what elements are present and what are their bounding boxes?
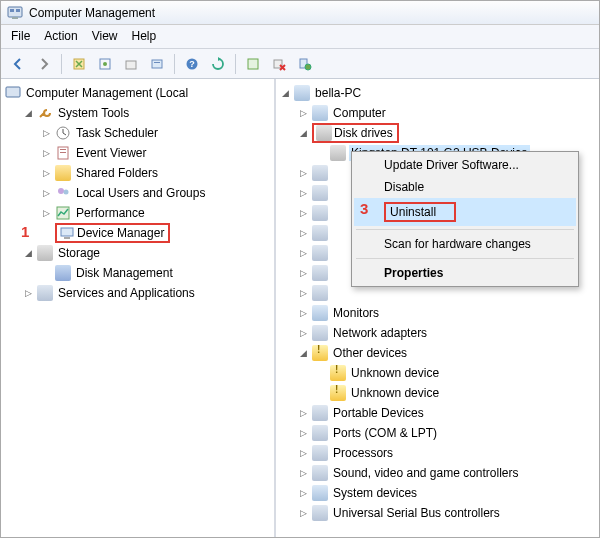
ctx-properties[interactable]: Properties xyxy=(354,262,576,284)
expand-icon[interactable]: ▷ xyxy=(298,408,309,419)
uninstall-highlight: Uninstall xyxy=(384,202,456,222)
expand-icon[interactable]: ▷ xyxy=(298,268,309,279)
action-button-7[interactable] xyxy=(294,53,316,75)
sound-node[interactable]: ▷Sound, video and game controllers xyxy=(296,463,597,483)
expand-icon[interactable]: ▷ xyxy=(298,448,309,459)
ctx-disable[interactable]: Disable xyxy=(354,176,576,198)
network-adapters-node[interactable]: ▷Network adapters xyxy=(296,323,597,343)
action-button-1[interactable] xyxy=(68,53,90,75)
expand-icon[interactable]: ▷ xyxy=(298,208,309,219)
processors-node[interactable]: ▷Processors xyxy=(296,443,597,463)
disk-icon xyxy=(55,265,71,281)
action-button-4[interactable] xyxy=(146,53,168,75)
storage-node[interactable]: ◢Storage xyxy=(21,243,272,263)
expand-icon[interactable]: ▷ xyxy=(298,228,309,239)
monitor-icon xyxy=(312,305,328,321)
services-apps-node[interactable]: ▷Services and Applications xyxy=(21,283,272,303)
tree-root-local[interactable]: Computer Management (Local xyxy=(3,83,272,103)
expand-icon[interactable]: ▷ xyxy=(298,248,309,259)
device-manager-node[interactable]: 1 Device Manager xyxy=(39,223,272,243)
pc-root-node[interactable]: ◢bella-PC xyxy=(278,83,597,103)
ctx-uninstall[interactable]: 3 Uninstall xyxy=(354,198,576,226)
expand-icon[interactable]: ▷ xyxy=(41,168,52,179)
portable-devices-node[interactable]: ▷Portable Devices xyxy=(296,403,597,423)
device-manager-icon xyxy=(59,225,75,241)
services-icon xyxy=(37,285,53,301)
expand-icon[interactable]: ▷ xyxy=(298,168,309,179)
task-scheduler-node[interactable]: ▷Task Scheduler xyxy=(39,123,272,143)
category-icon xyxy=(312,225,328,241)
expand-icon[interactable]: ▷ xyxy=(298,188,309,199)
menu-view[interactable]: View xyxy=(92,29,118,44)
portable-icon xyxy=(312,405,328,421)
unknown-device-node[interactable]: Unknown device xyxy=(314,363,597,383)
menu-file[interactable]: File xyxy=(11,29,30,44)
toolbar-separator xyxy=(61,54,62,74)
unknown-device-node[interactable]: Unknown device xyxy=(314,383,597,403)
svg-rect-12 xyxy=(248,59,258,69)
nav-forward-button[interactable] xyxy=(33,53,55,75)
local-users-node[interactable]: ▷Local Users and Groups xyxy=(39,183,272,203)
svg-rect-2 xyxy=(16,9,20,12)
usb-controllers-node[interactable]: ▷Universal Serial Bus controllers xyxy=(296,503,597,523)
other-devices-node[interactable]: ◢Other devices xyxy=(296,343,597,363)
expand-icon[interactable]: ▷ xyxy=(298,488,309,499)
svg-rect-3 xyxy=(12,17,18,19)
callout-3: 3 xyxy=(360,200,368,217)
expand-icon[interactable]: ▷ xyxy=(41,128,52,139)
expand-icon[interactable]: ▷ xyxy=(298,428,309,439)
svg-rect-8 xyxy=(152,60,162,68)
expand-icon[interactable]: ▷ xyxy=(298,308,309,319)
other-devices-icon xyxy=(312,345,328,361)
svg-rect-25 xyxy=(64,237,70,239)
expand-icon[interactable]: ▷ xyxy=(41,148,52,159)
performance-node[interactable]: ▷Performance xyxy=(39,203,272,223)
warning-icon xyxy=(330,385,346,401)
action-button-2[interactable] xyxy=(94,53,116,75)
collapse-icon[interactable]: ◢ xyxy=(280,88,291,99)
disk-drives-node[interactable]: 2 ◢ Disk drives xyxy=(296,123,597,143)
menu-help[interactable]: Help xyxy=(132,29,157,44)
monitors-node[interactable]: ▷Monitors xyxy=(296,303,597,323)
svg-point-22 xyxy=(64,190,69,195)
shared-folders-node[interactable]: ▷Shared Folders xyxy=(39,163,272,183)
action-button-3[interactable] xyxy=(120,53,142,75)
tools-icon xyxy=(37,105,53,121)
expand-icon[interactable]: ▷ xyxy=(41,188,52,199)
ports-node[interactable]: ▷Ports (COM & LPT) xyxy=(296,423,597,443)
help-button[interactable]: ? xyxy=(181,53,203,75)
system-devices-node[interactable]: ▷System devices xyxy=(296,483,597,503)
category-icon xyxy=(312,185,328,201)
action-button-6[interactable] xyxy=(268,53,290,75)
collapse-icon[interactable]: ◢ xyxy=(23,108,34,119)
collapse-icon[interactable]: ◢ xyxy=(298,128,309,139)
expand-icon[interactable]: ▷ xyxy=(298,508,309,519)
title-bar: Computer Management xyxy=(1,1,599,25)
menu-action[interactable]: Action xyxy=(44,29,77,44)
system-tools-node[interactable]: ◢ System Tools xyxy=(21,103,272,123)
expand-icon[interactable]: ▷ xyxy=(23,288,34,299)
expand-icon[interactable]: ▷ xyxy=(298,288,309,299)
computer-icon xyxy=(312,105,328,121)
toolbar: ? xyxy=(1,49,599,79)
ctx-update-driver[interactable]: Update Driver Software... xyxy=(354,154,576,176)
disk-management-node[interactable]: Disk Management xyxy=(39,263,272,283)
callout-1: 1 xyxy=(21,223,29,240)
content-panes: Computer Management (Local ◢ System Tool… xyxy=(1,79,599,537)
category-icon xyxy=(312,205,328,221)
pc-icon xyxy=(294,85,310,101)
collapse-icon[interactable]: ◢ xyxy=(298,348,309,359)
refresh-button[interactable] xyxy=(207,53,229,75)
action-button-5[interactable] xyxy=(242,53,264,75)
nav-back-button[interactable] xyxy=(7,53,29,75)
expand-icon[interactable]: ▷ xyxy=(298,328,309,339)
window-root: Computer Management File Action View Hel… xyxy=(0,0,600,538)
svg-point-15 xyxy=(305,64,311,70)
expand-icon[interactable]: ▷ xyxy=(298,468,309,479)
expand-icon[interactable]: ▷ xyxy=(298,108,309,119)
ctx-scan[interactable]: Scan for hardware changes xyxy=(354,233,576,255)
event-viewer-node[interactable]: ▷Event Viewer xyxy=(39,143,272,163)
collapse-icon[interactable]: ◢ xyxy=(23,248,34,259)
expand-icon[interactable]: ▷ xyxy=(41,208,52,219)
computer-node[interactable]: ▷Computer xyxy=(296,103,597,123)
